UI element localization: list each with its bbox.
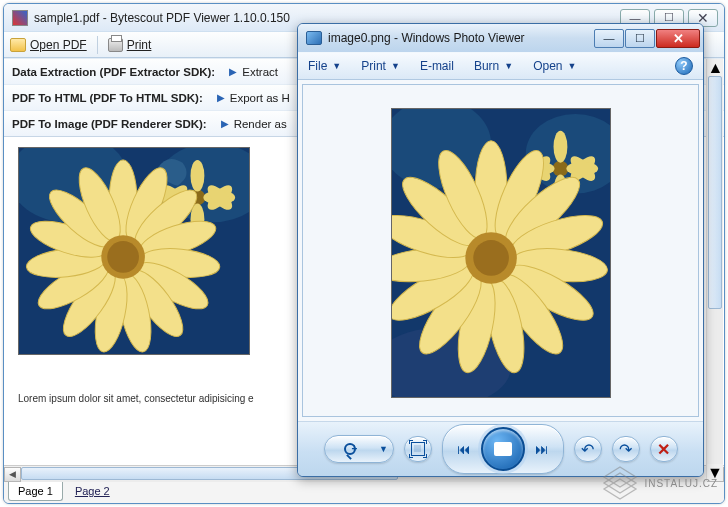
pv-image-area[interactable] [298, 80, 703, 422]
open-pdf-button[interactable]: Open PDF [10, 38, 87, 52]
open-label: Open PDF [30, 38, 87, 52]
app-icon [12, 10, 28, 26]
tab-page-2[interactable]: Page 2 [65, 482, 120, 501]
navigation-group: ⏮ ⏭ [442, 424, 564, 474]
pv-image [391, 108, 611, 398]
rotate-ccw-button[interactable]: ↶ [574, 436, 602, 462]
document-image [18, 147, 250, 355]
pv-window-title: image0.png - Windows Photo Viewer [328, 31, 593, 45]
menu-file[interactable]: File▼ [308, 59, 341, 73]
help-button[interactable]: ? [675, 57, 693, 75]
zoom-button[interactable]: + ▼ [324, 435, 394, 463]
menu-burn[interactable]: Burn▼ [474, 59, 513, 73]
print-label: Print [127, 38, 152, 52]
folder-icon [10, 38, 26, 52]
arrow-icon: ▶ [229, 66, 237, 77]
vertical-scrollbar[interactable]: ▲ ▼ [706, 59, 723, 481]
svg-point-33 [552, 161, 568, 177]
print-button[interactable]: Print [108, 38, 152, 52]
scroll-up-button[interactable]: ▲ [708, 59, 723, 76]
watermark-icon [602, 465, 638, 501]
slideshow-icon [494, 442, 512, 456]
printer-icon [108, 38, 123, 52]
next-button[interactable]: ⏭ [525, 432, 559, 466]
menu-email[interactable]: E-mail [420, 59, 454, 73]
chevron-down-icon: ▼ [391, 61, 400, 71]
svg-point-4 [191, 160, 205, 192]
photo-viewer-icon [306, 31, 322, 45]
svg-point-58 [473, 240, 509, 276]
tab-page-1[interactable]: Page 1 [8, 482, 63, 501]
watermark-text: INSTALUJ.CZ [644, 478, 718, 489]
delete-button[interactable]: ✕ [650, 436, 678, 462]
scroll-left-button[interactable]: ◀ [4, 467, 21, 482]
watermark: INSTALUJ.CZ [602, 465, 718, 501]
arrow-icon: ▶ [221, 118, 229, 129]
rotate-cw-button[interactable]: ↷ [612, 436, 640, 462]
fit-icon [411, 442, 425, 456]
magnifier-icon: + [325, 443, 375, 455]
pv-minimize-button[interactable]: — [594, 29, 624, 48]
pv-maximize-button[interactable]: ☐ [625, 29, 655, 48]
chevron-down-icon: ▼ [568, 61, 577, 71]
chevron-down-icon: ▼ [375, 444, 393, 454]
pv-close-button[interactable]: ✕ [656, 29, 700, 48]
chevron-down-icon: ▼ [332, 61, 341, 71]
fit-button[interactable] [404, 436, 432, 462]
slideshow-button[interactable] [481, 427, 525, 471]
pv-menu-bar: File▼ Print▼ E-mail Burn▼ Open▼ ? [298, 52, 703, 80]
photo-viewer-window: image0.png - Windows Photo Viewer — ☐ ✕ … [297, 23, 704, 477]
vscroll-thumb[interactable] [708, 76, 722, 309]
arrow-icon: ▶ [217, 92, 225, 103]
svg-point-28 [107, 241, 139, 273]
pv-title-bar[interactable]: image0.png - Windows Photo Viewer — ☐ ✕ [298, 24, 703, 52]
menu-open[interactable]: Open▼ [533, 59, 576, 73]
previous-button[interactable]: ⏮ [447, 432, 481, 466]
menu-print[interactable]: Print▼ [361, 59, 400, 73]
svg-point-34 [553, 131, 567, 163]
toolbar-divider [97, 36, 98, 54]
chevron-down-icon: ▼ [504, 61, 513, 71]
